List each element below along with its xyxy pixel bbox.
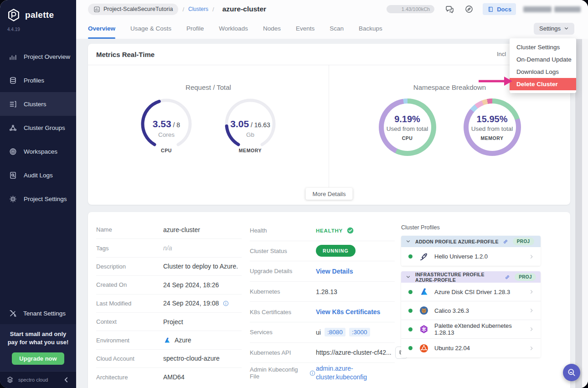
tab-backups[interactable]: Backups: [359, 18, 382, 39]
breadcrumb-project-pill[interactable]: Project-ScaleSecureTutoria: [88, 4, 178, 15]
tab-workloads[interactable]: Workloads: [219, 18, 248, 39]
info-label: Created On: [96, 281, 163, 288]
info-label: Last Modified: [96, 300, 163, 307]
upgrade-now-button[interactable]: Upgrade now: [12, 352, 64, 365]
sidebar-item-label: Project Settings: [24, 196, 67, 202]
breadcrumb-separator: /: [182, 6, 184, 13]
status-dot: [408, 309, 413, 313]
tools-icon: [8, 309, 17, 318]
request-total-title: Request / Total: [88, 83, 329, 91]
overview-icon: [8, 52, 17, 61]
info-value: n/a: [163, 244, 172, 252]
docs-button[interactable]: Docs: [483, 3, 516, 15]
more-details-button[interactable]: More Details: [306, 188, 353, 200]
profile-layer-calico-3-26-3[interactable]: Calico 3.26.3: [401, 301, 541, 320]
sidebar-nav: Project OverviewProfilesClustersCluster …: [0, 45, 76, 211]
settings-button[interactable]: Settings: [534, 23, 574, 35]
info-value: Azure: [163, 336, 191, 344]
profile-layer-name: Hello Universe 1.2.0: [434, 253, 488, 260]
info-value: AMD64: [163, 373, 185, 381]
sidebar-item-label: Profiles: [24, 77, 44, 84]
info-icon: [309, 370, 316, 377]
link-view-k8s-certificates[interactable]: View K8s Certificates: [316, 308, 380, 316]
sidebar-item-profiles[interactable]: Profiles: [0, 68, 76, 92]
metrics-header: Metrics Real-Time Incl: [88, 44, 570, 65]
cluster-info-column: Nameazure-clusterTagsn/aDescriptionClust…: [88, 212, 242, 388]
sidebar-item-clusters[interactable]: Clusters: [0, 92, 76, 116]
gauges: 3.53 / 8CoresCPU3.05 / 16.63GbMEMORY: [88, 98, 329, 153]
menu-item-on-demand-update[interactable]: On-Demand Update: [510, 53, 576, 66]
service-port-link[interactable]: :8080: [325, 328, 346, 336]
profile-layer-hello-universe-1-2-0[interactable]: Hello Universe 1.2.0: [401, 247, 541, 266]
status-row-k8s-certificates: K8s CertificatesView K8s Certificates: [250, 302, 395, 322]
sidebar-item-audit-logs[interactable]: Audit Logs: [0, 163, 76, 187]
metrics-clipped-label: Incl: [497, 51, 506, 57]
cluster-groups-icon: [8, 123, 17, 132]
rocket-icon: [419, 252, 429, 262]
donut-cpu: 9.19%Used from totalCPU: [379, 98, 436, 156]
tab-overview[interactable]: Overview: [88, 18, 115, 39]
donuts: 9.19%Used from totalCPU15.95%Used from t…: [329, 98, 570, 156]
profile-layer-azure-disk-csi-driver-1-28-3[interactable]: Azure Disk CSI Driver 1.28.3: [401, 283, 541, 301]
sidebar-collapse-icon[interactable]: [62, 375, 71, 384]
profile-layer-name: Palette eXtended Kubernetes 1.28.13: [434, 322, 529, 336]
sidebar-item-label: Audit Logs: [24, 172, 53, 179]
sidebar-item-label: Cluster Groups: [24, 124, 65, 131]
info-row-description: DescriptionCluster to deploy to Azure.: [96, 258, 242, 276]
breadcrumb-separator: /: [212, 6, 214, 13]
tab-nodes[interactable]: Nodes: [263, 18, 281, 39]
gauge-label: MEMORY: [223, 148, 278, 153]
sidebar-item-project-overview[interactable]: Project Overview: [0, 45, 76, 68]
tab-events[interactable]: Events: [296, 18, 315, 39]
status-row-kubernetes-api: Kubernetes APIhttps://azure-cluster-cf42…: [250, 343, 395, 363]
menu-item-delete-cluster[interactable]: Delete Cluster: [510, 78, 576, 90]
status-dot: [408, 290, 413, 294]
profile-group-header[interactable]: INFRASTRUCTURE PROFILE AZURE-PROFILEPROJ: [401, 271, 541, 283]
donut-caption: Used from total: [471, 125, 513, 132]
chevron-right-icon: [529, 346, 534, 351]
metrics-title: Metrics Real-Time: [96, 51, 155, 58]
project-chart-icon: [93, 6, 100, 13]
compass-icon[interactable]: [464, 5, 474, 14]
profile-group-name: INFRASTRUCTURE PROFILE AZURE-PROFILE: [415, 272, 500, 283]
settings-button-label: Settings: [539, 25, 561, 32]
link-view-details[interactable]: View Details: [316, 268, 353, 275]
status-row-cluster-status: Cluster StatusRUNNING: [250, 241, 395, 262]
menu-item-cluster-settings[interactable]: Cluster Settings: [510, 41, 576, 53]
service-port-link[interactable]: :3000: [349, 328, 370, 336]
gauge-unit: Gb: [223, 131, 278, 138]
scrollbar[interactable]: [575, 39, 582, 388]
status-dot: [408, 254, 413, 259]
ubuntu-icon: [419, 343, 429, 353]
info-label: Name: [96, 226, 163, 233]
user-name-redacted[interactable]: [523, 6, 581, 12]
profile-group-header[interactable]: ADDON PROFILE AZURE-PROFILEPROJ: [401, 236, 541, 247]
breadcrumb-clusters-link[interactable]: Clusters: [188, 6, 208, 12]
donut-value: 15.95%: [477, 114, 508, 124]
sidebar-item-workspaces[interactable]: Workspaces: [0, 140, 76, 163]
info-row-environment: EnvironmentAzure: [96, 331, 242, 349]
donut-label: MEMORY: [481, 135, 504, 141]
tab-usage-costs[interactable]: Usage & Costs: [130, 18, 171, 39]
gauge-cpu: 3.53 / 8CoresCPU: [139, 98, 194, 153]
status-dot: [408, 327, 413, 331]
menu-item-download-logs[interactable]: Download Logs: [510, 66, 576, 78]
help-chat-fab[interactable]: [563, 364, 580, 381]
status-row-services: Servicesui:8080:3000: [250, 322, 395, 343]
tab-profile[interactable]: Profile: [186, 18, 204, 39]
profile-layer-ubuntu-22-04[interactable]: Ubuntu 22.04: [401, 339, 541, 357]
info-label: Tags: [96, 245, 163, 252]
sidebar-item-tenant-settings[interactable]: Tenant Settings: [0, 302, 76, 324]
sidebar-item-project-settings[interactable]: Project Settings: [0, 187, 76, 211]
chat-icon[interactable]: [445, 5, 454, 14]
sidebar-item-cluster-groups[interactable]: Cluster Groups: [0, 116, 76, 140]
azure-icon: [163, 336, 171, 344]
info-value: Cluster to deploy to Azure.: [163, 263, 238, 270]
gauge-label: CPU: [139, 148, 194, 153]
profile-layer-palette-extended-kubernetes-1-28-13[interactable]: Palette eXtended Kubernetes 1.28.13: [401, 320, 541, 339]
kubeconfig-file-link[interactable]: admin.azure-cluster.kubeconfig: [316, 364, 377, 382]
cluster-details-card: Nameazure-clusterTagsn/aDescriptionClust…: [88, 212, 570, 388]
tab-scan[interactable]: Scan: [330, 18, 344, 39]
status-label: Upgrade Details: [250, 268, 316, 274]
sidebar: palette 4.4.19 Project OverviewProfilesC…: [0, 0, 76, 388]
